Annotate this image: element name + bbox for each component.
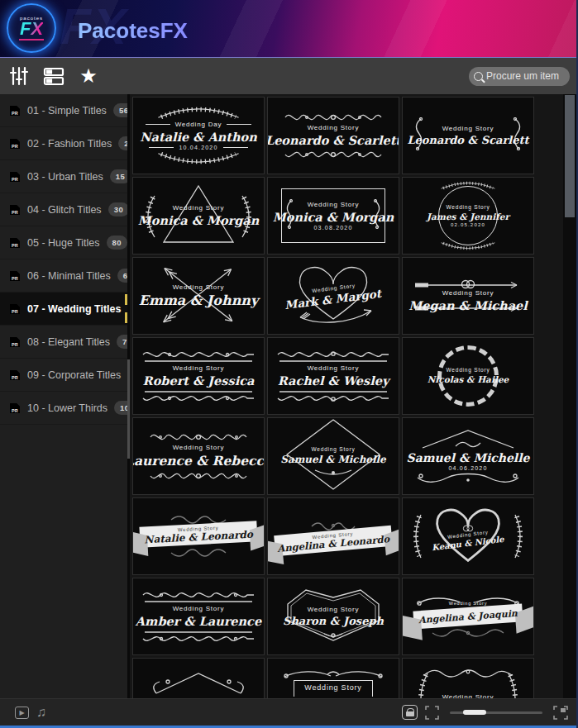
template-thumbnail[interactable]: Wedding Story Natalie & Leonardo — [132, 497, 265, 575]
sidebar-item-minimal-titles[interactable]: PR 06 - Minimal Titles 60 — [0, 259, 127, 293]
template-thumbnail[interactable]: Wedding Story Megan & Michael — [402, 257, 534, 335]
template-thumbnail[interactable]: Wedding Story Angelina & Joaquin — [402, 578, 534, 655]
pr-file-icon: PR — [8, 269, 21, 283]
template-thumbnail[interactable]: Wedding Story Nicolas & Hailee — [402, 337, 534, 415]
scrollwork-ornament — [276, 350, 390, 364]
template-name: Samuel & Michelle — [407, 451, 530, 464]
app-logo: pacotes FX — [7, 3, 56, 53]
pr-file-icon: PR — [8, 302, 21, 316]
scrollwork-ornament — [141, 629, 256, 644]
zoom-slider[interactable] — [450, 711, 542, 714]
template-thumbnail[interactable]: Wedding Story Samuel & Michelle — [267, 417, 399, 495]
template-subtitle: Wedding Story — [308, 201, 360, 208]
template-thumbnail[interactable]: Wedding Story James & Jennifer 02.05.202… — [402, 177, 534, 255]
template-thumbnail[interactable]: Wedding Day Natalie & Anthon 10.04.2020 — [132, 97, 265, 174]
template-name: Monica & Morgan — [138, 213, 260, 227]
template-thumbnail[interactable]: Wedding Story — [267, 658, 399, 698]
template-thumbnail[interactable]: Wedding Story Rachel & Wesley — [267, 337, 399, 415]
template-thumbnail[interactable]: Wedding Story Sharon & Joseph — [267, 578, 399, 655]
sidebar-item-glitch-titles[interactable]: PR 04 - Glitch Titles 30 — [0, 193, 127, 226]
flourish-ornament — [146, 469, 251, 483]
scrollwork-ornament — [141, 590, 256, 605]
template-name: Emma & Johnny — [139, 293, 258, 308]
sidebar-item-simple-titles[interactable]: PR 01 - Simple Titles 566 — [0, 94, 127, 127]
templates-grid-area: Wedding Day Natalie & Anthon 10.04.2020 … — [130, 94, 576, 698]
template-thumbnail[interactable]: Wedding Story Emma & Johnny — [132, 257, 265, 335]
template-thumbnail[interactable]: Wedding Story Monica & Morgan — [132, 177, 265, 255]
template-thumbnail[interactable]: Wedding Story Monica & Morgan 03.08.2020 — [267, 177, 399, 255]
search-icon — [474, 72, 483, 81]
template-thumbnail[interactable]: Wedding Story Laurence & Rebecca — [132, 417, 265, 495]
template-name: Sharon & Joseph — [283, 615, 384, 627]
template-name: Megan & Michael — [408, 298, 528, 312]
pr-file-icon: PR — [8, 335, 21, 349]
status-bar: ▶ ♫ — [0, 698, 576, 728]
sidebar-item-urban-titles[interactable]: PR 03 - Urban Titles 15 — [0, 160, 127, 193]
template-subtitle: Wedding Story — [173, 283, 225, 291]
template-thumbnail[interactable]: Samuel & Michelle 04.06.2020 — [402, 417, 534, 495]
template-thumbnail[interactable]: Wedding Story — [402, 658, 534, 698]
sidebar-item-label: 05 - Huge Titles — [27, 237, 100, 249]
flourish-ornament — [284, 148, 383, 161]
favorites-star-icon[interactable]: ★ — [78, 65, 99, 87]
pr-file-icon: PR — [8, 170, 21, 183]
template-thumbnail[interactable]: Wedding Story Angelina & Leonardo — [267, 497, 399, 575]
music-note-icon[interactable]: ♫ — [36, 705, 46, 720]
item-count-badge: 100 — [114, 401, 127, 415]
grid-scrollbar-thumb[interactable] — [565, 95, 575, 217]
search-input[interactable] — [486, 70, 563, 82]
logo-fx-text: FX — [20, 21, 43, 37]
chevron-ornament — [150, 670, 247, 695]
template-thumbnail[interactable]: Wedding Story Robert & Jessica — [132, 337, 265, 415]
swirl-ornament — [281, 669, 385, 680]
template-subtitle: Wedding Story — [442, 289, 494, 297]
list-view-icon[interactable] — [43, 65, 64, 87]
pr-file-icon: PR — [8, 203, 21, 216]
sidebar-item-huge-titles[interactable]: PR 05 - Huge Titles 80 — [0, 226, 127, 259]
zoom-slider-thumb[interactable] — [463, 710, 486, 715]
template-thumbnail[interactable]: Wedding Story Leonardo & Scarlett — [267, 97, 399, 174]
template-name: Samuel & Michelle — [280, 454, 386, 465]
bracket-frame: Wedding Story — [294, 680, 372, 697]
item-count-badge: 24 — [118, 136, 127, 150]
sidebar-item-wedding-titles-selected[interactable]: PR 07 - Wedding Titles 7 — [0, 293, 127, 326]
sidebar-item-label: 10 - Lower Thirds — [27, 402, 107, 414]
svg-text:PR: PR — [12, 176, 18, 181]
laurel-ornament — [154, 150, 243, 167]
template-thumbnail[interactable]: Wedding Story Amber & Laurence — [132, 578, 265, 655]
svg-text:PR: PR — [12, 275, 18, 280]
template-thumbnail[interactable]: Wedding Story Keanu & Nicole — [402, 497, 534, 575]
sidebar-item-fashion-titles[interactable]: PR 02 - Fashion Titles 24 — [0, 127, 127, 160]
sidebar-item-lower-thirds[interactable]: PR 10 - Lower Thirds 100 — [0, 392, 127, 425]
template-subtitle: Wedding Story — [308, 124, 360, 131]
grid-scrollbar-track[interactable] — [563, 94, 576, 698]
fit-view-icon[interactable] — [425, 706, 439, 720]
star-glyph: ★ — [79, 66, 98, 86]
rings-icon — [460, 279, 476, 289]
sidebar-item-label: 03 - Urban Titles — [27, 171, 103, 183]
filters-sliders-icon[interactable] — [8, 65, 30, 87]
lock-icon[interactable] — [402, 705, 418, 720]
laurel-ornament-right — [512, 512, 527, 564]
template-subtitle: Wedding Story — [449, 601, 487, 606]
template-name: Amber & Laurence — [136, 614, 261, 628]
expand-icon[interactable] — [553, 706, 568, 720]
preview-play-icon[interactable]: ▶ — [15, 707, 29, 719]
item-count-badge: 566 — [113, 103, 127, 117]
template-thumbnail[interactable]: Wedding Story Leonardo & Scarlett — [402, 97, 534, 174]
search-box[interactable] — [469, 67, 570, 86]
sidebar-item-elegant-titles[interactable]: PR 08 - Elegant Titles 70 — [0, 326, 127, 359]
svg-text:PR: PR — [12, 407, 18, 412]
sidebar-item-label: 09 - Corporate Titles — [27, 369, 121, 381]
svg-text:PR: PR — [12, 242, 18, 247]
ribbon-banner: Angelina & Joaquin — [413, 603, 523, 629]
sidebar-item-label: 01 - Simple Titles — [27, 105, 107, 117]
template-thumbnail[interactable]: Wedding Story — [132, 658, 265, 698]
template-subtitle: Wedding Story — [447, 367, 490, 373]
template-subtitle: Wedding Story — [308, 364, 360, 372]
template-subtitle: Wedding Story — [173, 444, 225, 451]
template-thumbnail[interactable]: Wedding Story Mark & Margot — [267, 257, 399, 335]
sidebar-item-corporate-titles[interactable]: PR 09 - Corporate Titles — [0, 359, 127, 392]
flourish-ornament — [146, 431, 251, 444]
scrollwork-ornament — [141, 350, 256, 364]
